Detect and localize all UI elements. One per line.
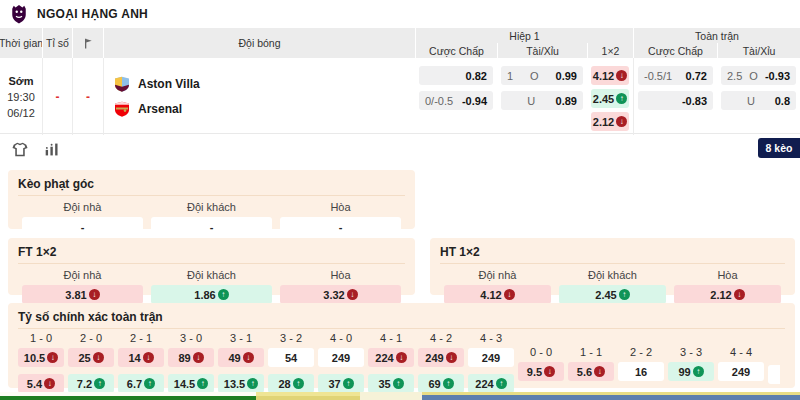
live-score: -: [42, 58, 72, 135]
header-ft-handicap: Cược Chấp: [633, 43, 717, 58]
overflow-odds-cell: [768, 365, 780, 384]
draw-score-column: 1 - 1 5.6↓: [568, 332, 614, 393]
away-label: Đội khách: [187, 267, 236, 285]
odds-cell[interactable]: 37↑: [318, 374, 364, 393]
trend-arrow-icon: ↓: [446, 352, 457, 363]
trend-arrow-icon: ↓: [47, 352, 58, 363]
odds-cell[interactable]: 9.5↓: [518, 362, 564, 381]
corner-odds-panel: Kèo phạt góc Đội nhà - Đội khách - Hòa -: [8, 170, 415, 229]
odds-cell[interactable]: 49↓: [218, 348, 264, 367]
score-column: 2 - 0 25↓ 7.2↑: [68, 332, 114, 393]
ft-overunder-cell: 2.5 O -0.93 U 0.8: [717, 58, 800, 135]
odds-cell[interactable]: 224↓: [368, 348, 414, 367]
odds-cell[interactable]: 249↓: [418, 348, 464, 367]
odds-cell[interactable]: 14↓: [118, 348, 164, 367]
score-column: 4 - 1 224↓ 35↑: [368, 332, 414, 393]
score-column: 4 - 3 249 224↑: [468, 332, 514, 393]
strip-segment-yellow: [256, 392, 360, 400]
more-bets-button[interactable]: 8 kèo: [758, 138, 800, 158]
trend-arrow-icon: ↑: [443, 378, 454, 389]
trend-arrow-icon: ↑: [94, 378, 105, 389]
trend-arrow-icon: ↓: [347, 289, 358, 300]
header-ft-overunder: Tài/Xỉu: [717, 43, 800, 58]
trend-arrow-icon: ↓: [243, 352, 254, 363]
odds-cell[interactable]: 35↑: [368, 374, 414, 393]
ft-home-odds[interactable]: 3.81↓: [22, 285, 143, 304]
jersey-button[interactable]: [12, 142, 28, 157]
ht-home-odds[interactable]: 4.12↓: [444, 285, 551, 304]
ft-handicap-away[interactable]: -0.83: [638, 91, 713, 110]
corner-draw-odds[interactable]: -: [280, 217, 401, 236]
odds-cell[interactable]: 10.5↓: [18, 348, 64, 367]
odds-cell[interactable]: 7.2↑: [68, 374, 114, 393]
odds-cell[interactable]: 16: [618, 362, 664, 381]
h1-over[interactable]: 1 O 0.99: [501, 66, 583, 85]
ht-1x2-panel: HT 1×2 Đội nhà 4.12↓ Đội khách 2.45↑ Hòa…: [430, 238, 795, 295]
ft-handicap-cell: -0.5/1 0.72 -0.83: [633, 58, 717, 135]
header-time: Thời gian: [0, 28, 42, 58]
ft-draw-odds[interactable]: 3.32↓: [280, 285, 401, 304]
trend-arrow-icon: ↑: [247, 378, 258, 389]
score-column: 4 - 2 249↓ 69↑: [418, 332, 464, 393]
ft-away-odds[interactable]: 1.86↑: [151, 285, 272, 304]
odds-cell[interactable]: 25↓: [68, 348, 114, 367]
odds-cell[interactable]: 69↑: [418, 374, 464, 393]
trend-arrow-icon: ↑: [496, 378, 507, 389]
away-label: Đội khách: [588, 267, 637, 285]
corner-away-odds[interactable]: -: [151, 217, 272, 236]
ht-panel-title: HT 1×2: [440, 242, 785, 264]
ft-over[interactable]: 2.5 O -0.93: [721, 66, 796, 85]
bar-chart-icon: [44, 142, 60, 157]
ht-draw-odds[interactable]: 2.12↓: [674, 285, 781, 304]
odds-cell[interactable]: 6.7↑: [118, 374, 164, 393]
match-time: Sớm 19:30 06/12: [0, 58, 42, 135]
header-corner: [72, 28, 103, 58]
odds-cell[interactable]: 5.6↓: [568, 362, 614, 381]
trend-arrow-icon: ↑: [693, 366, 704, 377]
draw-label: Hòa: [717, 267, 737, 285]
ht-away-odds[interactable]: 2.45↑: [559, 285, 666, 304]
trend-arrow-icon: ↓: [44, 378, 55, 389]
ft-handicap-home[interactable]: -0.5/1 0.72: [638, 66, 713, 85]
stats-button[interactable]: [44, 142, 60, 157]
away-team-row[interactable]: Arsenal: [114, 101, 415, 117]
trend-arrow-icon: ↑: [616, 93, 627, 104]
score-column: 2 - 1 14↓ 6.7↑: [118, 332, 164, 393]
match-date: 06/12: [7, 105, 35, 121]
score-column: 4 - 0 249 37↑: [318, 332, 364, 393]
h1-1x2-draw[interactable]: 2.12↓: [591, 112, 629, 131]
h1-1x2-home[interactable]: 4.12↓: [591, 66, 629, 85]
betting-odds-screen: NGOẠI HẠNG ANH Thời gian Tỉ số Đội bóng …: [0, 0, 800, 400]
trend-arrow-icon: ↓: [143, 352, 154, 363]
header-full-match: Toàn trận: [633, 28, 800, 43]
odds-cell[interactable]: 13.5↑: [218, 374, 264, 393]
odds-cell[interactable]: 249: [468, 348, 514, 367]
away-team-name: Arsenal: [138, 102, 182, 116]
trend-arrow-icon: ↓: [594, 366, 605, 377]
h1-handicap-away[interactable]: 0/-0.5 -0.94: [419, 91, 493, 110]
trend-arrow-icon: ↑: [619, 289, 630, 300]
odds-cell[interactable]: 99↑: [668, 362, 714, 381]
h1-1x2-away[interactable]: 2.45↑: [591, 89, 629, 108]
kickoff-time: 19:30: [7, 89, 35, 105]
h1-handicap-home[interactable]: 0.82: [419, 66, 493, 85]
corner-home-odds[interactable]: -: [22, 217, 143, 236]
draw-score-column: 3 - 3 99↑: [668, 332, 714, 393]
ft-under[interactable]: U 0.8: [721, 91, 796, 110]
league-title: NGOẠI HẠNG ANH: [37, 7, 148, 21]
odds-cell[interactable]: 28↑: [268, 374, 314, 393]
odds-cell[interactable]: 14.5↑: [168, 374, 214, 393]
draw-score-column: 0 - 0 9.5↓: [518, 332, 564, 393]
odds-cell[interactable]: 249: [718, 362, 764, 381]
odds-cell[interactable]: 5.4↓: [18, 374, 64, 393]
header-h1-handicap: Cược Chấp: [415, 43, 497, 58]
odds-cell[interactable]: 249: [318, 348, 364, 367]
odds-cell[interactable]: 224↑: [468, 374, 514, 393]
h1-under[interactable]: U 0.89: [501, 91, 583, 110]
match-status: Sớm: [9, 73, 34, 89]
home-team-row[interactable]: Aston Villa: [114, 76, 415, 92]
odds-cell[interactable]: 89↓: [168, 348, 214, 367]
odds-cell[interactable]: 54: [268, 348, 314, 367]
odds-table-header: Thời gian Tỉ số Đội bóng Hiệp 1 Toàn trậ…: [0, 28, 800, 58]
home-team-name: Aston Villa: [138, 77, 200, 91]
